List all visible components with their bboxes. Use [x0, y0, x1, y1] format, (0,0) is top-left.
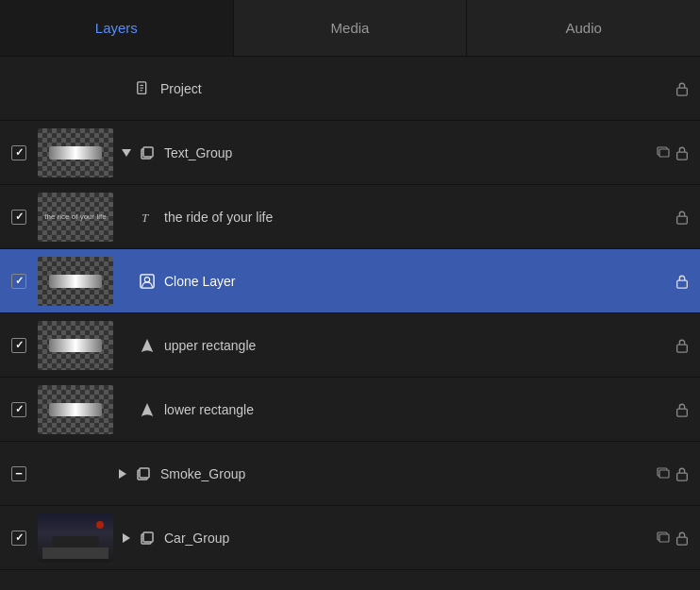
right-icons-clone — [675, 274, 700, 289]
tab-layers[interactable]: Layers — [0, 0, 234, 56]
expand-text-group[interactable] — [117, 149, 136, 157]
svg-rect-17 — [677, 409, 688, 416]
svg-rect-4 — [677, 88, 688, 95]
checkbox-clone[interactable] — [11, 274, 26, 289]
thumb-text-layer: the rice of your life — [38, 193, 113, 242]
svg-rect-22 — [659, 470, 669, 478]
svg-rect-9 — [659, 149, 669, 157]
clone-icon — [136, 270, 158, 293]
checkbox-text-layer[interactable] — [11, 210, 26, 225]
layer-name-clone: Clone Layer — [164, 274, 675, 289]
svg-marker-5 — [122, 149, 131, 157]
check-area-car — [0, 531, 38, 546]
thumb-text-group — [38, 128, 113, 177]
thumb-clone — [38, 257, 113, 306]
layer-name-car-group: Car_Group — [164, 531, 657, 546]
thumb-upper-rect — [38, 321, 113, 370]
right-icons-car — [657, 531, 700, 546]
lock-icon-upper-rect[interactable] — [675, 338, 689, 353]
svg-rect-20 — [140, 468, 149, 478]
svg-marker-18 — [119, 469, 126, 479]
layer-row-text-layer[interactable]: the rice of your life T the ride of your… — [0, 185, 700, 249]
right-icons-upper-rect — [675, 338, 700, 353]
shape-icon-lower — [136, 398, 158, 421]
checkbox-project — [11, 81, 26, 96]
svg-text:T: T — [142, 211, 149, 225]
expand-smoke[interactable] — [113, 469, 132, 479]
lock-icon-smoke[interactable] — [675, 466, 689, 481]
layer-row-text-group[interactable]: Text_Group — [0, 121, 700, 185]
layer-row-lower-rectangle[interactable]: lower rectangle — [0, 378, 700, 442]
thumb-lower-rect — [38, 385, 113, 434]
svg-rect-29 — [677, 537, 688, 545]
expand-car[interactable] — [117, 533, 136, 543]
shape-icon-upper — [136, 334, 158, 357]
checkbox-upper-rect[interactable] — [11, 338, 26, 353]
layer-name-text-group: Text_Group — [164, 145, 657, 160]
group-icon-car — [136, 527, 158, 549]
tab-media[interactable]: Media — [234, 0, 468, 56]
layer-name-lower-rect: lower rectangle — [164, 402, 675, 417]
tab-layers-label: Layers — [95, 20, 138, 36]
checkbox-car[interactable] — [11, 531, 26, 546]
lock-icon-text-group[interactable] — [675, 145, 689, 160]
svg-rect-15 — [677, 280, 688, 288]
lock-icon-project[interactable] — [675, 81, 689, 96]
layer-name-text-layer: the ride of your life — [164, 210, 675, 225]
group-flag-icon-smoke — [657, 467, 670, 480]
checkbox-smoke[interactable] — [11, 466, 26, 481]
right-icons-text-layer — [675, 210, 700, 225]
lock-icon-car[interactable] — [675, 531, 689, 546]
group-icon-smoke — [132, 463, 155, 485]
lock-icon-clone[interactable] — [675, 274, 689, 289]
document-icon — [132, 77, 155, 100]
svg-rect-12 — [677, 216, 688, 224]
checkbox-text-group[interactable] — [11, 145, 26, 160]
layer-name-smoke-group: Smoke_Group — [160, 466, 657, 481]
check-area-text-layer — [0, 210, 38, 225]
layer-row-car-group[interactable]: Car_Group — [0, 506, 700, 570]
check-area-project — [0, 81, 38, 96]
right-icons-lower-rect — [675, 402, 700, 417]
check-area-upper-rect — [0, 338, 38, 353]
check-area-text-group — [0, 145, 38, 160]
svg-rect-23 — [677, 473, 688, 480]
layer-row-upper-rectangle[interactable]: upper rectangle — [0, 313, 700, 378]
right-icons-smoke — [657, 466, 700, 481]
thumb-car-group — [38, 514, 113, 563]
layer-name-upper-rect: upper rectangle — [164, 338, 675, 353]
lock-icon-lower-rect[interactable] — [675, 402, 689, 417]
layer-row-smoke-group[interactable]: Smoke_Group — [0, 442, 700, 506]
svg-rect-26 — [143, 532, 153, 542]
layers-panel: Project — [0, 57, 700, 590]
tab-media-label: Media — [331, 20, 370, 36]
group-flag-icon-text-group — [657, 146, 670, 160]
check-area-clone — [0, 274, 38, 289]
svg-rect-28 — [659, 534, 669, 542]
text-icon: T — [136, 206, 158, 228]
check-area-smoke — [0, 466, 38, 481]
layer-row-clone[interactable]: Clone Layer — [0, 249, 700, 313]
checkbox-lower-rect[interactable] — [11, 402, 26, 417]
layer-row-project[interactable]: Project — [0, 57, 700, 121]
svg-rect-16 — [677, 345, 688, 352]
tab-bar: Layers Media Audio — [0, 0, 700, 57]
group-icon-text-group — [136, 142, 158, 164]
svg-point-14 — [144, 277, 149, 281]
svg-rect-10 — [677, 152, 688, 160]
tab-audio-label: Audio — [565, 20, 601, 36]
layer-name-project: Project — [160, 81, 675, 96]
svg-marker-24 — [123, 533, 130, 543]
thumb-text-preview: the rice of your life — [38, 193, 113, 242]
check-area-lower-rect — [0, 402, 38, 417]
tab-audio[interactable]: Audio — [467, 0, 700, 56]
svg-rect-7 — [143, 147, 153, 157]
group-flag-icon-car — [657, 531, 670, 545]
right-icons-project — [675, 81, 700, 96]
lock-icon-text-layer[interactable] — [675, 210, 689, 225]
right-icons-text-group — [657, 145, 700, 160]
